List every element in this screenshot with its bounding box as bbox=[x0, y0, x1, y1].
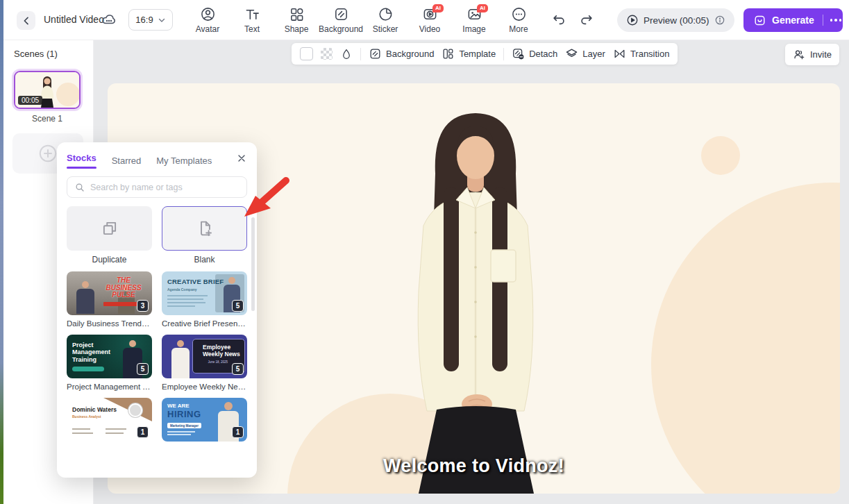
thumb-subtitle: June 18, 2025 bbox=[208, 360, 228, 364]
background-color-swatch[interactable] bbox=[300, 47, 313, 60]
redo-icon bbox=[579, 12, 594, 27]
redo-button[interactable] bbox=[577, 10, 596, 29]
video-tool-label: Video bbox=[419, 24, 440, 34]
text-tool-label: Text bbox=[244, 24, 260, 34]
sticker-icon bbox=[378, 6, 394, 22]
popup-scrollbar[interactable] bbox=[251, 217, 255, 311]
duplicate-scene-button[interactable] bbox=[67, 206, 152, 251]
preview-label: Preview (00:05) bbox=[644, 15, 709, 26]
generate-button[interactable]: Generate bbox=[743, 8, 843, 32]
play-circle-icon bbox=[626, 14, 639, 26]
shape-tool-button[interactable]: Shape bbox=[274, 3, 319, 37]
tab-my-templates[interactable]: My Templates bbox=[156, 156, 212, 166]
info-icon[interactable] bbox=[714, 15, 725, 26]
template-cell: Employee Weekly News June 18, 2025 5 Emp… bbox=[162, 335, 247, 391]
blank-scene-button[interactable] bbox=[162, 206, 247, 251]
transparency-checker-icon[interactable] bbox=[321, 48, 333, 60]
scene-thumbnail[interactable]: 00:05 bbox=[14, 71, 81, 109]
template-label: Creative Brief Presentation bbox=[162, 319, 247, 328]
invite-people-icon bbox=[793, 48, 806, 61]
avatar-icon bbox=[200, 6, 216, 22]
tab-starred[interactable]: Starred bbox=[112, 156, 142, 166]
more-options-icon[interactable] bbox=[830, 19, 842, 22]
template-label: Daily Business Trends Po... bbox=[67, 319, 152, 328]
shape-icon bbox=[289, 6, 305, 22]
template-thumb-project[interactable]: Project Management Training 5 bbox=[67, 335, 152, 378]
video-tool-button[interactable]: Video AI bbox=[407, 3, 452, 37]
image-tool-button[interactable]: Image AI bbox=[452, 3, 496, 37]
template-button[interactable]: Template bbox=[442, 47, 496, 60]
avatar-tool-button[interactable]: Avatar bbox=[185, 3, 230, 37]
popup-tabs: Stocks Starred My Templates bbox=[67, 151, 247, 169]
transition-button-label: Transition bbox=[630, 49, 670, 59]
scenes-title: Scenes (1) bbox=[14, 49, 58, 59]
thumb-subtitle: Business Analyst bbox=[72, 414, 101, 419]
undo-redo-group bbox=[549, 10, 596, 29]
invite-button[interactable]: Invite bbox=[785, 44, 839, 65]
blank-cell: Blank bbox=[162, 206, 247, 264]
template-thumb-business[interactable]: THE BUSINESS PULSE 3 bbox=[67, 271, 152, 315]
generate-icon bbox=[753, 14, 766, 27]
undo-button[interactable] bbox=[549, 10, 569, 29]
top-header: Untitled Video 16:9 Avatar Text bbox=[3, 0, 849, 40]
text-tool-button[interactable]: Text bbox=[230, 3, 274, 37]
template-cell: WE ARE HIRING Marketing Manager 1 bbox=[162, 398, 247, 446]
detach-icon bbox=[512, 47, 525, 60]
template-thumb-creative-brief[interactable]: CREATIVE BRIEF Agenda Company 5 bbox=[162, 271, 247, 315]
template-thumb-employee-news[interactable]: Employee Weekly News June 18, 2025 5 bbox=[162, 335, 247, 378]
more-tool-button[interactable]: More bbox=[496, 3, 541, 37]
presenter-avatar bbox=[418, 113, 534, 494]
app-window: Untitled Video 16:9 Avatar Text bbox=[0, 0, 849, 504]
undo-icon bbox=[551, 12, 566, 27]
sticker-tool-button[interactable]: Sticker bbox=[363, 3, 407, 37]
duplicate-icon bbox=[99, 218, 120, 239]
background-button[interactable]: Background bbox=[369, 47, 434, 60]
thumb-avatar-photo bbox=[128, 403, 142, 417]
template-thumb-business-card[interactable]: Dominic Waters Business Analyst 1 bbox=[67, 398, 152, 442]
close-popup-button[interactable] bbox=[236, 153, 247, 164]
scene-duration-badge: 00:05 bbox=[18, 96, 42, 105]
generate-label: Generate bbox=[772, 15, 814, 26]
generate-divider bbox=[823, 15, 823, 26]
canvas-toolbar: Background Template Detach Layer bbox=[292, 43, 678, 65]
thumb-title: Project Management Training bbox=[72, 342, 114, 363]
aspect-ratio-value: 16:9 bbox=[135, 15, 153, 25]
background-icon bbox=[333, 6, 349, 22]
thumb-title: THE BUSINESS PULSE bbox=[102, 277, 145, 299]
template-grid: Duplicate Blank THE BUSINESS PULSE bbox=[67, 206, 247, 446]
layer-button-label: Layer bbox=[582, 49, 605, 59]
tab-stocks[interactable]: Stocks bbox=[67, 153, 96, 169]
scene-count-badge: 5 bbox=[137, 363, 149, 375]
layer-button[interactable]: Layer bbox=[565, 47, 605, 60]
back-button[interactable] bbox=[17, 11, 35, 30]
search-input[interactable] bbox=[90, 183, 239, 192]
transition-button[interactable]: Transition bbox=[613, 47, 670, 60]
background-tool-label: Background bbox=[319, 24, 363, 34]
thumb-pill bbox=[72, 367, 104, 371]
blank-file-icon bbox=[194, 218, 215, 239]
droplet-icon bbox=[340, 48, 353, 60]
aspect-ratio-select[interactable]: 16:9 bbox=[128, 9, 173, 31]
color-drop-button[interactable] bbox=[340, 48, 353, 60]
scene-label: Scene 1 bbox=[14, 114, 81, 124]
thumb-title: CREATIVE BRIEF bbox=[167, 278, 224, 285]
more-tool-label: More bbox=[509, 24, 528, 34]
template-cell: Dominic Waters Business Analyst 1 bbox=[67, 398, 152, 446]
thumb-title: Dominic Waters bbox=[72, 406, 117, 413]
invite-button-label: Invite bbox=[810, 49, 832, 60]
background-tool-button[interactable]: Background bbox=[319, 3, 363, 37]
shape-tool-label: Shape bbox=[285, 24, 309, 34]
preview-button[interactable]: Preview (00:05) bbox=[617, 8, 734, 32]
thumb-tag: Marketing Manager bbox=[167, 423, 201, 428]
duplicate-cell: Duplicate bbox=[67, 206, 152, 264]
more-icon bbox=[511, 6, 527, 22]
header-toolbar: Avatar Text Shape Background bbox=[185, 3, 541, 37]
video-ai-badge: AI bbox=[432, 4, 444, 12]
detach-button[interactable]: Detach bbox=[512, 47, 557, 60]
template-search[interactable] bbox=[67, 176, 247, 198]
thumb-subtitle: Agenda Company bbox=[167, 287, 197, 292]
duplicate-label: Duplicate bbox=[67, 255, 152, 264]
template-thumb-hiring[interactable]: WE ARE HIRING Marketing Manager 1 bbox=[162, 398, 247, 442]
cloud-sync-icon bbox=[101, 12, 117, 28]
toolbar-divider bbox=[503, 48, 504, 60]
